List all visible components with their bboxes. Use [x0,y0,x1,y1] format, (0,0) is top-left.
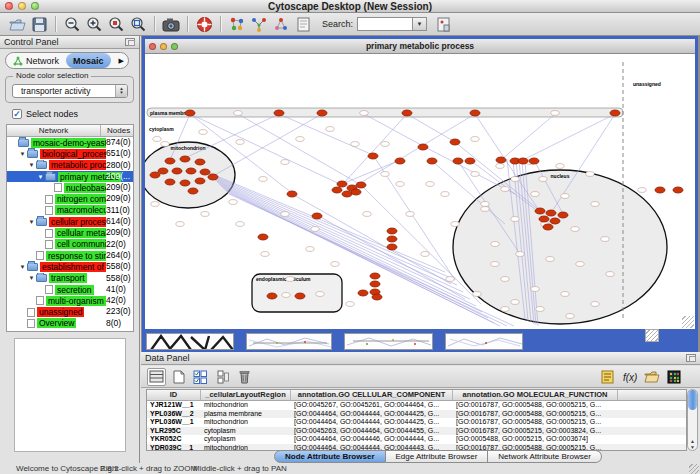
network-node-red[interactable] [351,189,361,195]
birdseye-view-panel[interactable] [14,338,126,452]
network-canvas[interactable]: plasma membranecytoplasmmitochondrionnuc… [145,54,693,327]
network-node[interactable] [351,142,359,147]
network-node[interactable] [326,127,334,132]
network-node[interactable] [259,177,267,182]
tree-row[interactable]: nitrogen compo209(0) [7,193,133,204]
network-node[interactable] [176,222,184,227]
network-node[interactable] [446,277,454,282]
network-node[interactable] [491,242,499,247]
network-node-red[interactable] [186,168,196,174]
column-header-region[interactable]: _cellularLayoutRegion [201,390,291,400]
network-node[interactable] [381,142,389,147]
network-node[interactable] [511,300,519,305]
network-node-red[interactable] [208,174,218,180]
network-node[interactable] [346,302,354,307]
annotations-button[interactable] [293,14,313,34]
tree-row[interactable]: unassigned223(0) [7,306,133,317]
save-session-button[interactable] [29,14,49,34]
tree-row[interactable]: response to stimul264(0) [7,250,133,261]
delete-attribute-button[interactable] [235,368,254,386]
background-window-fragment[interactable] [445,333,523,350]
network-node-red[interactable] [558,212,568,218]
network-node[interactable] [511,177,519,182]
network-node[interactable] [601,237,609,242]
network-node[interactable] [566,314,574,319]
network-node[interactable] [539,177,547,182]
network-node[interactable] [331,262,339,267]
network-node[interactable] [426,182,434,187]
network-node[interactable] [546,257,554,262]
network-node[interactable] [286,277,294,282]
attribute-matrix-button[interactable] [147,368,166,386]
network-node[interactable] [229,200,237,205]
search-options-button[interactable] [433,14,453,34]
network-node[interactable] [586,172,594,177]
tree-row[interactable]: ▼primary metabo209(... [7,171,133,182]
network-node[interactable] [471,172,479,177]
search-input[interactable] [357,17,413,31]
network-node[interactable] [153,137,161,142]
unselect-attributes-button[interactable] [213,368,232,386]
expand-arrow-icon[interactable]: ▼ [27,162,36,168]
network-node[interactable] [551,111,559,116]
network-node[interactable] [561,292,569,297]
network-node-red[interactable] [337,181,347,187]
table-row[interactable]: YLR295Ccytoplasm[GO:0045263, GO:0044464,… [147,427,686,436]
table-row[interactable]: YPL036W__2plasma membrane[GO:0044464, GO… [147,410,686,419]
tree-row[interactable]: mosaic-demo-yeast874(0) [7,137,133,148]
column-header-id[interactable]: ID [147,390,201,400]
help-button[interactable] [194,14,214,34]
network-node[interactable] [406,212,414,217]
expand-arrow-icon[interactable]: ▼ [27,275,36,281]
network-node-red[interactable] [543,224,553,230]
zoom-in-button[interactable] [84,14,104,34]
window-resize-grip[interactable] [682,316,694,328]
network-node-red[interactable] [180,180,190,186]
network-node[interactable] [481,207,489,212]
app-resize-grip[interactable] [689,464,699,474]
network-node-red[interactable] [195,159,205,165]
network-node-red[interactable] [655,187,665,193]
network-node[interactable] [316,292,324,297]
network-node[interactable] [531,192,539,197]
tab-overflow-arrow[interactable]: ▶ [119,57,124,65]
network-node-red[interactable] [200,169,210,175]
background-window-fragment[interactable] [146,333,234,350]
network-node[interactable] [501,187,509,192]
tree-row[interactable]: secretion41(0) [7,284,133,295]
network-node-red[interactable] [274,110,284,116]
network-node[interactable] [501,277,509,282]
tab-network-attribute-browser[interactable]: Network Attribute Browser [488,450,601,463]
network-node-red[interactable] [172,168,182,174]
network-node[interactable] [363,212,371,217]
import-attributes-button[interactable] [642,368,661,386]
network-node-red[interactable] [550,218,560,224]
network-node[interactable] [296,137,304,142]
network-node-red[interactable] [372,294,382,300]
network-node-red[interactable] [673,187,683,193]
tree-row[interactable]: ▼biological_process651(0) [7,148,133,159]
zoom-selected-region-button[interactable] [106,14,126,34]
tab-mosaic[interactable]: Mosaic [66,53,111,68]
network-node-red[interactable] [165,179,175,185]
network-snapshot-button[interactable] [161,14,181,34]
network-node[interactable] [481,202,489,207]
network-node[interactable] [161,142,169,147]
network-node[interactable] [234,111,242,116]
tree-row[interactable]: cell communicat22(0) [7,239,133,250]
create-attribute-button[interactable] [169,368,188,386]
network-node[interactable] [556,164,564,169]
network-node[interactable] [516,252,524,257]
float-panel-icon[interactable] [686,354,696,362]
import-network-button[interactable] [227,14,247,34]
network-node-red[interactable] [535,208,545,214]
network-node-red[interactable] [258,234,268,240]
network-node-red[interactable] [180,156,190,162]
network-node[interactable] [473,292,481,297]
background-window-fragment[interactable] [246,333,332,350]
table-row[interactable]: YJR121W__1mitochondrion[GO:0045267, GO:0… [147,401,686,410]
network-node[interactable] [199,130,207,135]
tree-row[interactable]: Overview8(0) [7,318,133,329]
select-attributes-button[interactable] [191,368,210,386]
function-builder-button[interactable]: f(x) [620,368,639,386]
